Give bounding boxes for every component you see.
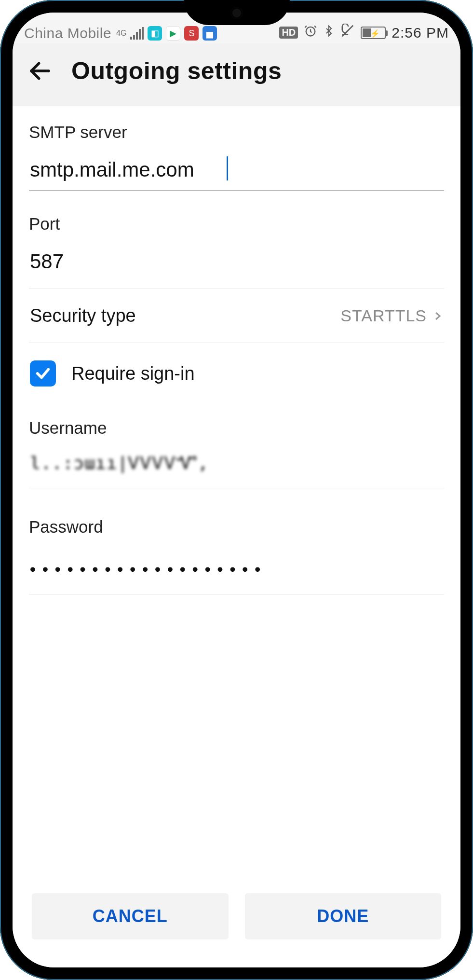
port-label: Port [29,214,444,234]
username-field: Username l..:ɔɯıı|ᏙᏙᏙᏙᏉ, [29,418,444,488]
security-type-value: STARTTLS [340,306,427,325]
app-tray-icon-3: S [184,26,199,41]
password-label: Password [29,517,444,537]
security-type-row[interactable]: Security type STARTTLS [29,289,444,343]
password-input[interactable]: ••••••••••••••••••• [29,549,444,580]
security-type-value-group: STARTTLS [340,306,443,325]
bluetooth-icon [323,24,335,41]
smtp-field: SMTP server [29,123,444,191]
username-label: Username [29,418,444,438]
app-tray-icon-4: ▅ [203,26,217,41]
username-input[interactable]: l..:ɔɯıı|ᏙᏙᏙᏙᏉ, [30,453,209,473]
battery-icon: ⚡ [361,27,386,39]
clock-label: 2:56 PM [392,25,449,41]
page-title: Outgoing settings [71,57,282,85]
port-input[interactable] [29,246,444,275]
require-signin-checkbox[interactable] [30,360,56,386]
status-right: HD ⚡ 2:56 PM [279,24,449,41]
arrow-left-icon [27,58,53,84]
security-type-label: Security type [30,305,136,326]
mute-icon [340,24,355,41]
carrier-label: China Mobile [24,25,111,41]
text-caret [227,156,228,179]
app-tray-icon-1: ◧ [148,26,162,41]
app-tray-icon-2: ▶ [166,26,180,41]
require-signin-label: Require sign-in [71,363,195,384]
check-icon [35,365,51,382]
port-field: Port [29,211,444,289]
cancel-button[interactable]: CANCEL [32,893,229,939]
screen: China Mobile 4G ◧ ▶ S ▅ HD [13,13,460,967]
password-field: Password ••••••••••••••••••• [29,517,444,594]
hd-icon: HD [279,27,298,39]
smtp-server-input[interactable] [29,154,444,191]
status-left: China Mobile 4G ◧ ▶ S ▅ [24,25,217,41]
alarm-icon [304,24,317,41]
notch [184,0,290,25]
signal-icon [130,27,144,40]
form-content: SMTP server Port Security type STARTTLS [13,106,460,967]
smtp-label: SMTP server [29,123,444,142]
button-bar: CANCEL DONE [29,893,444,967]
done-button[interactable]: DONE [245,893,442,939]
back-button[interactable] [27,58,53,84]
network-type: 4G [116,30,126,37]
require-signin-row[interactable]: Require sign-in [29,343,444,393]
app-bar: Outgoing settings [13,43,460,106]
chevron-right-icon [432,308,443,324]
phone-frame: China Mobile 4G ◧ ▶ S ▅ HD [0,0,473,980]
